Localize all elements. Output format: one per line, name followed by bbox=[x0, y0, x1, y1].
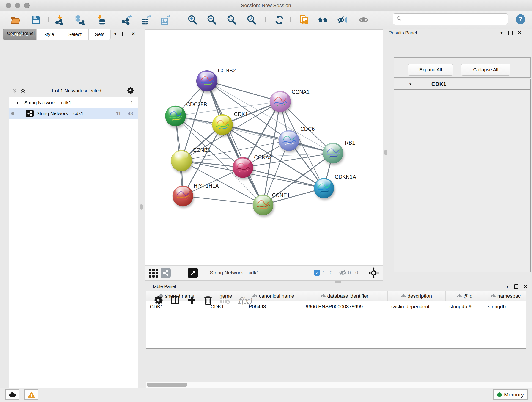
pan-crosshair-icon[interactable] bbox=[368, 268, 379, 279]
hide-selected-icon[interactable] bbox=[336, 14, 348, 26]
memory-button[interactable]: Memory bbox=[493, 389, 528, 400]
node-CDKN1A[interactable] bbox=[314, 178, 335, 200]
node-CCNA1[interactable] bbox=[270, 91, 292, 114]
column-header-database-identifier[interactable]: database identifier bbox=[302, 291, 388, 301]
network-collection-row[interactable]: ▼ String Network – cdk1 1 bbox=[9, 97, 138, 108]
home-layout-icon[interactable] bbox=[317, 14, 329, 26]
node-HIST1H1A[interactable] bbox=[172, 186, 194, 208]
selected-checkbox-icon[interactable] bbox=[314, 270, 320, 276]
node-CCNB2[interactable] bbox=[196, 70, 218, 93]
zoom-in-icon[interactable] bbox=[187, 14, 199, 26]
table-options-gear-icon[interactable] bbox=[154, 296, 163, 306]
zoom-selected-icon[interactable] bbox=[246, 14, 258, 26]
expand-all-networks-icon[interactable] bbox=[20, 88, 25, 93]
cytoscape-window: Session: New Session bbox=[0, 0, 532, 402]
network-canvas[interactable]: CCNB2CCNA1CDC25BCDK1CDC6RB1CCNB1CCNA2CDK… bbox=[145, 29, 383, 266]
table-cell[interactable]: stringdb bbox=[484, 301, 526, 312]
window-title: Session: New Session bbox=[0, 2, 532, 8]
node-label-CCNB2: CCNB2 bbox=[218, 68, 236, 74]
node-CCNE1[interactable] bbox=[253, 195, 274, 217]
float-panel-icon[interactable] bbox=[122, 32, 127, 36]
float-panel-icon[interactable] bbox=[514, 284, 519, 289]
control-panel-window-controls: ▼ ✕ bbox=[114, 31, 135, 37]
birdseye-view-icon[interactable] bbox=[188, 268, 198, 278]
close-panel-icon[interactable]: ✕ bbox=[524, 284, 527, 289]
toolbar-separator bbox=[115, 13, 115, 27]
network-options-gear-icon[interactable] bbox=[127, 87, 134, 95]
table-cell[interactable]: P06493 bbox=[245, 301, 302, 312]
grid-view-icon[interactable] bbox=[149, 268, 159, 279]
column-header-description[interactable]: description bbox=[388, 291, 446, 301]
close-panel-icon[interactable]: ✕ bbox=[518, 30, 521, 36]
node-label-CDC25B: CDC25B bbox=[186, 102, 207, 108]
table-cell[interactable]: 9606.ENSP00000378699 bbox=[302, 301, 388, 312]
vertical-splitter-handle[interactable] bbox=[140, 204, 143, 210]
column-header--id[interactable]: @id bbox=[446, 291, 484, 301]
delete-column-icon[interactable] bbox=[204, 296, 212, 306]
table-cell[interactable]: cyclin-dependent ... bbox=[388, 301, 446, 312]
toolbar-separator bbox=[265, 13, 266, 27]
collapse-panel-icon[interactable]: ▼ bbox=[506, 285, 509, 288]
network-row-label: String Network – cdk1 bbox=[36, 111, 83, 116]
export-network-icon[interactable] bbox=[120, 14, 133, 26]
edge-CDK1-RB1[interactable] bbox=[222, 125, 333, 153]
clone-network-view-icon[interactable] bbox=[298, 14, 310, 26]
show-view-icon[interactable] bbox=[358, 14, 370, 26]
save-session-icon[interactable] bbox=[30, 14, 42, 26]
open-file-icon[interactable] bbox=[10, 14, 22, 26]
network-view-icon[interactable] bbox=[161, 268, 171, 278]
column-header-canonical-name[interactable]: canonical name bbox=[245, 291, 302, 301]
export-table-icon[interactable] bbox=[140, 14, 152, 26]
edge-CCNA2-CDKN1A[interactable] bbox=[243, 167, 324, 188]
function-builder-icon: f(x) bbox=[238, 296, 252, 306]
node-RB1[interactable] bbox=[323, 143, 344, 165]
column-header-namespac[interactable]: namespac bbox=[484, 291, 526, 301]
cloud-status-button[interactable] bbox=[5, 389, 19, 400]
zoom-out-icon[interactable] bbox=[206, 14, 218, 26]
export-image-icon[interactable] bbox=[159, 14, 171, 26]
import-network-database-icon[interactable] bbox=[74, 14, 86, 26]
table-panel-title: Table Panel bbox=[152, 284, 176, 289]
delete-table-icon bbox=[220, 296, 230, 305]
collapse-entry-icon[interactable]: ▼ bbox=[409, 82, 412, 86]
network-selection-status: 1 of 1 Network selected bbox=[25, 88, 127, 94]
hidden-eye-icon bbox=[339, 269, 347, 277]
collapse-panel-icon[interactable]: ▼ bbox=[114, 32, 117, 36]
node-CDC6[interactable] bbox=[279, 130, 300, 153]
network-row-selected[interactable]: String Network – cdk1 11 48 bbox=[9, 108, 138, 119]
tab-sets[interactable]: Sets bbox=[89, 29, 111, 40]
search-input[interactable] bbox=[404, 16, 508, 22]
table-panel: Table Panel ▼ ✕ f(x) bbox=[146, 282, 532, 388]
expand-all-button[interactable]: Expand All bbox=[408, 64, 453, 76]
zoom-fit-icon[interactable] bbox=[226, 14, 238, 26]
network-view-title: String Network – cdk1 bbox=[210, 270, 259, 276]
node-CCNA2[interactable] bbox=[233, 157, 254, 180]
node-count: 11 bbox=[116, 111, 121, 116]
refresh-icon[interactable] bbox=[273, 14, 285, 26]
column-header-label: namespac bbox=[497, 293, 521, 299]
help-button[interactable]: ? bbox=[515, 13, 526, 25]
collapse-all-button[interactable]: Collapse All bbox=[461, 64, 510, 76]
tab-select[interactable]: Select bbox=[61, 29, 89, 40]
hidden-node-edge-counts: 0 - 0 bbox=[348, 270, 358, 276]
tab-style[interactable]: Style bbox=[36, 29, 61, 40]
warning-status-button[interactable] bbox=[24, 389, 38, 400]
close-panel-icon[interactable]: ✕ bbox=[132, 31, 135, 37]
vertical-splitter-handle[interactable] bbox=[385, 150, 387, 155]
node-CDC25B[interactable] bbox=[165, 106, 187, 128]
float-panel-icon[interactable] bbox=[508, 31, 513, 35]
memory-label: Memory bbox=[504, 391, 524, 398]
import-table-icon[interactable] bbox=[94, 14, 106, 26]
table-cell[interactable]: stringdb:9... bbox=[446, 301, 484, 312]
collapse-panel-icon[interactable]: ▼ bbox=[500, 31, 503, 35]
tree-expander-icon[interactable]: ▼ bbox=[16, 101, 19, 104]
edge-HIST1H1A-CCNE1[interactable] bbox=[183, 196, 263, 205]
add-column-icon[interactable] bbox=[187, 296, 196, 306]
collapse-all-networks-icon[interactable] bbox=[12, 88, 17, 93]
show-columns-icon[interactable] bbox=[171, 296, 180, 306]
node-label-CDK1: CDK1 bbox=[234, 111, 248, 117]
current-network-dot-icon bbox=[11, 112, 14, 115]
import-network-file-icon[interactable] bbox=[54, 14, 66, 26]
node-CDK1[interactable] bbox=[212, 114, 234, 137]
search-box[interactable] bbox=[393, 13, 508, 25]
